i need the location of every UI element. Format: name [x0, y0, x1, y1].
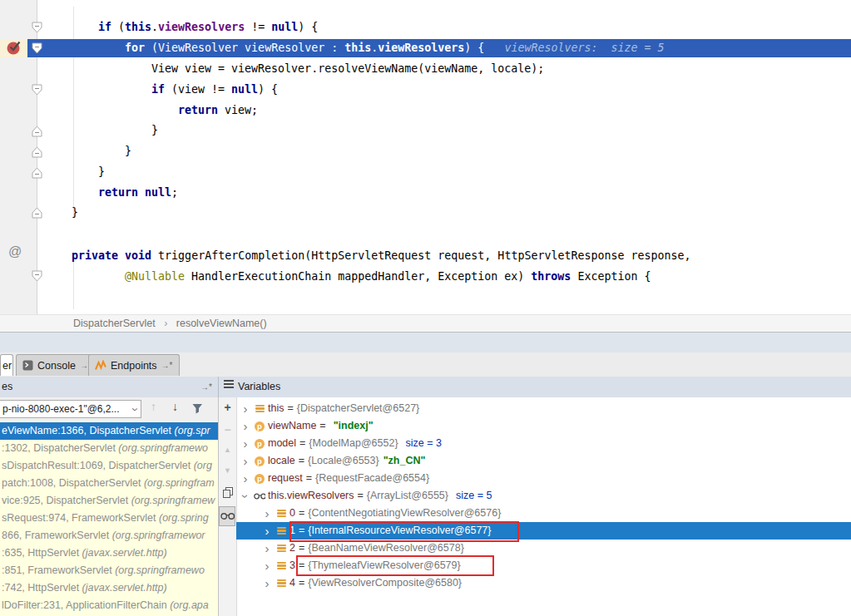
value-icon [275, 561, 287, 571]
chevron-collapsed-icon[interactable]: › [261, 543, 273, 554]
tab-pin-icon: →* [161, 355, 173, 377]
variable-row[interactable]: ›this.viewResolvers={ArrayList@6555}size… [236, 487, 851, 505]
move-watch-down-icon[interactable]: ▼ [219, 466, 236, 475]
variables-header-label: Variables [238, 377, 280, 397]
breadcrumb-method[interactable]: resolveViewName() [176, 315, 267, 333]
value-icon [275, 579, 287, 589]
parameter-icon: p [254, 474, 265, 484]
code-line: private void triggerAfterCompletion(Http… [72, 247, 691, 265]
frame-row[interactable]: :742, HttpServlet (javax.servlet.http) [0, 579, 218, 597]
debug-toolwindow-top-band [0, 332, 851, 353]
chevron-collapsed-icon[interactable]: › [261, 508, 273, 520]
filter-frames-icon[interactable] [191, 402, 204, 417]
chevron-expanded-icon[interactable]: › [240, 490, 251, 502]
variable-row[interactable]: ›this={DispatcherServlet@6527} [236, 400, 851, 417]
chevron-collapsed-icon[interactable]: › [261, 525, 273, 537]
chevron-collapsed-icon[interactable]: › [240, 456, 251, 467]
frame-row[interactable]: sRequest:974, FrameworkServlet (org.spri… [0, 510, 218, 527]
next-frame-icon[interactable]: ↓ [172, 400, 178, 413]
remove-watch-icon[interactable]: − [219, 423, 236, 436]
code-line: return null; [98, 184, 178, 202]
code-line: return view; [178, 101, 258, 120]
fold-marker-down-icon[interactable] [31, 42, 43, 55]
frames-list: eViewName:1366, DispatcherServlet (org.s… [0, 421, 218, 616]
parameter-icon: p [254, 439, 265, 449]
variables-menu-icon[interactable] [224, 377, 234, 397]
add-watch-icon[interactable]: + [219, 401, 236, 414]
value-icon [275, 526, 287, 536]
debug-panel-headers: es →* Variables [0, 377, 851, 398]
frame-row[interactable]: :851, FrameworkServlet (org.springframew… [0, 562, 218, 579]
value-icon [275, 544, 287, 554]
parameter-icon: p [254, 421, 265, 431]
watches-toolbar: + − ▲ ▼ [219, 397, 237, 616]
fold-marker-down-icon[interactable] [31, 22, 43, 34]
chevron-collapsed-icon[interactable]: › [240, 438, 251, 450]
chevron-collapsed-icon[interactable]: › [240, 473, 251, 485]
variable-row[interactable]: ›plocale={Locale@6553}"zh_CN" [236, 452, 851, 470]
frame-row[interactable]: patch:1008, DispatcherServlet (org.sprin… [0, 475, 218, 492]
frame-row[interactable]: vice:925, DispatcherServlet (org.springf… [0, 492, 218, 510]
code-editor[interactable]: @ if (this.viewResolvers != null) {for (… [0, 0, 851, 314]
frames-header-label: es [2, 377, 12, 397]
fold-marker-up-icon[interactable] [31, 145, 43, 158]
prev-frame-icon[interactable]: ↑ [151, 400, 156, 413]
frame-row[interactable]: 866, FrameworkServlet (org.springframewo… [0, 527, 218, 545]
tab-console[interactable]: Console →* [16, 354, 98, 376]
code-line: View view = viewResolver.resolveViewName… [151, 60, 544, 78]
debug-tab-bar: er Console →* Endpoints →* [0, 352, 851, 377]
value-icon [275, 509, 287, 519]
variable-row[interactable]: ›4={ViewResolverComposite@6580} [236, 574, 851, 592]
code-line: } [151, 121, 158, 140]
fold-marker-up-icon[interactable] [31, 125, 43, 137]
frame-row[interactable]: sDispatchResult:1069, DispatcherServlet … [0, 457, 218, 475]
variable-row[interactable]: ›3={ThymeleafViewResolver@6579} [236, 557, 851, 574]
duplicate-watch-icon[interactable] [219, 486, 236, 500]
frames-pin-icon[interactable]: →* [200, 377, 212, 397]
parameter-icon: p [254, 456, 265, 466]
code-line: if (this.viewResolvers != null) { [98, 18, 318, 37]
chevron-collapsed-icon[interactable]: › [261, 578, 273, 589]
chevron-collapsed-icon[interactable]: › [240, 421, 251, 432]
breakpoint-verified-icon[interactable] [6, 39, 22, 56]
frame-row[interactable]: eViewName:1366, DispatcherServlet (org.s… [0, 422, 218, 440]
frame-row[interactable]: lDoFilter:231, ApplicationFilterChain (o… [0, 597, 218, 614]
chevron-down-icon: › [126, 407, 141, 411]
breadcrumb-separator-icon: › [158, 315, 173, 333]
thread-selector-row: p-nio-8080-exec-1"@6,2... › ↑ ↓ [0, 397, 218, 421]
breadcrumb: DispatcherServlet › resolveViewName() [0, 314, 851, 333]
fold-marker-down-icon[interactable] [31, 270, 43, 283]
value-icon [254, 404, 265, 414]
thread-dropdown[interactable]: p-nio-8080-exec-1"@6,2... › [0, 400, 141, 418]
external-annotation-icon[interactable]: @ [8, 244, 22, 259]
breadcrumb-class[interactable]: DispatcherServlet [0, 315, 156, 333]
variable-row[interactable]: ›pviewName="indexj" [236, 417, 851, 435]
indent-guide [73, 258, 74, 309]
watch-glasses-icon [254, 493, 265, 500]
tab-endpoints[interactable]: Endpoints →* [88, 354, 180, 376]
fold-marker-down-icon[interactable] [31, 84, 43, 96]
frame-row[interactable]: :635, HttpServlet (javax.servlet.http) [0, 545, 218, 562]
code-line: for (ViewResolver viewResolver : this.vi… [125, 39, 665, 57]
console-icon [22, 360, 33, 371]
frame-row[interactable]: :1302, DispatcherServlet (org.springfram… [0, 440, 218, 457]
chevron-collapsed-icon[interactable]: › [261, 560, 273, 572]
variable-row[interactable]: ›prequest={RequestFacade@6554} [236, 470, 851, 487]
variable-row[interactable]: ›pmodel={ModelMap@6552}size = 3 [236, 435, 851, 452]
tab-debugger[interactable]: er [0, 354, 13, 376]
ide-debug-window: @ if (this.viewResolvers != null) {for (… [0, 0, 851, 616]
variable-row[interactable]: ›2={BeanNameViewResolver@6578} [236, 540, 851, 557]
frames-panel: p-nio-8080-exec-1"@6,2... › ↑ ↓ eViewNam… [0, 397, 218, 616]
code-line: } [125, 142, 131, 160]
move-watch-up-icon[interactable]: ▲ [219, 446, 236, 454]
variables-panel: + − ▲ ▼ ›this={DispatcherServlet@6527}›p… [219, 397, 851, 616]
variable-row[interactable]: ›1={InternalResourceViewResolver@6577} [236, 522, 851, 540]
panel-divider [218, 377, 219, 397]
chevron-collapsed-icon[interactable]: › [240, 403, 251, 415]
variable-row[interactable]: ›0={ContentNegotiatingViewResolver@6576} [236, 505, 851, 522]
code-line: } [98, 163, 105, 181]
fold-marker-up-icon[interactable] [31, 206, 43, 219]
code-line: if (view != null) { [151, 81, 278, 99]
glasses-icon[interactable] [219, 510, 236, 523]
fold-marker-up-icon[interactable] [31, 166, 43, 179]
